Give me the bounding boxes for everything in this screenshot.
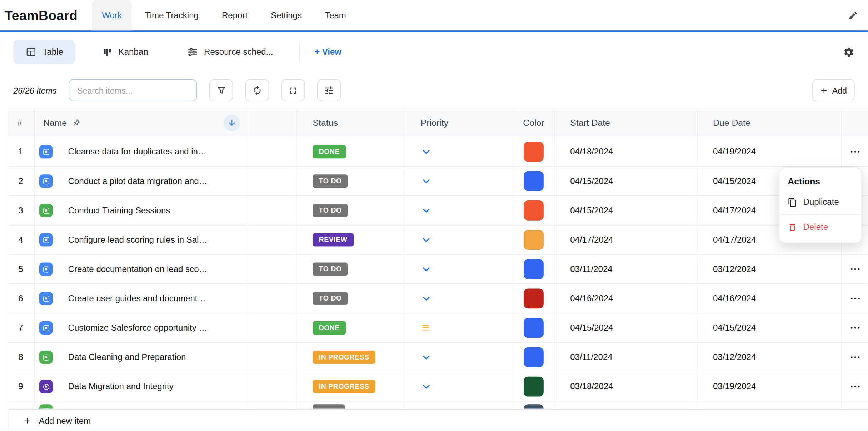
color-cell[interactable] [513,372,555,401]
color-cell[interactable] [513,167,555,195]
column-header-color[interactable]: Color [513,109,555,137]
status-cell[interactable]: REVIEW [297,226,405,254]
color-cell[interactable] [513,313,555,342]
priority-cell[interactable] [405,402,513,409]
start-date-cell[interactable]: 03/11/2024 [555,343,698,372]
status-badge[interactable]: TO DO [313,292,348,305]
color-cell[interactable] [513,226,555,254]
status-badge[interactable]: TO DO [313,174,348,188]
status-cell[interactable]: TO DO [297,284,405,313]
priority-cell[interactable] [405,313,513,342]
add-view-button[interactable]: + View [315,47,341,57]
priority-chevron-down-icon[interactable] [421,234,432,246]
color-swatch[interactable] [524,259,544,279]
add-item-button[interactable]: Add [812,79,855,101]
item-name-cell[interactable]: Create user guides and document… [35,284,246,313]
refresh-button[interactable] [245,79,269,101]
color-cell[interactable] [513,343,555,372]
priority-cell[interactable] [405,167,513,195]
priority-chevron-down-icon[interactable] [421,146,432,157]
color-swatch[interactable] [524,200,544,221]
status-badge[interactable]: DONE [313,321,346,335]
nav-tab-report[interactable]: Report [212,0,258,30]
item-name-cell[interactable]: Data Migration and Integrity [35,372,246,401]
settings-gear-icon[interactable] [843,46,855,58]
menu-item-duplicate[interactable]: Duplicate [779,192,861,213]
start-date-cell[interactable]: 04/16/2024 [555,284,698,313]
item-name-cell[interactable] [35,402,246,409]
color-swatch[interactable] [524,171,544,191]
priority-cell[interactable] [405,196,513,225]
status-badge[interactable]: TO DO [313,263,348,276]
pin-icon[interactable] [72,119,80,127]
nav-tab-team[interactable]: Team [315,0,356,30]
column-header-name[interactable]: Name [35,109,246,137]
due-date-cell[interactable]: 04/16/2024 [698,284,842,313]
view-tab-resource-sched[interactable]: Resource sched... [175,40,285,64]
menu-item-delete[interactable]: Delete [779,217,861,238]
start-date-cell[interactable] [555,402,698,409]
column-header-number[interactable]: # [8,109,35,137]
priority-bars-icon[interactable] [421,323,431,333]
status-cell[interactable]: TO DO [297,255,405,284]
color-swatch[interactable] [524,288,544,308]
start-date-cell[interactable]: 04/17/2024 [555,226,698,254]
item-name-cell[interactable]: Data Cleaning and Preparation [35,343,246,372]
start-date-cell[interactable]: 04/15/2024 [555,313,698,342]
item-name-cell[interactable]: Create documentation on lead sco… [35,255,246,284]
search-input[interactable] [69,79,198,101]
status-cell[interactable]: DONE [297,137,405,166]
color-cell[interactable] [513,137,555,166]
row-menu-button[interactable] [849,263,861,275]
priority-cell[interactable] [405,137,513,166]
adjust-columns-button[interactable] [318,79,341,101]
color-swatch[interactable] [524,142,544,162]
priority-cell[interactable] [405,343,513,372]
color-cell[interactable] [513,255,555,284]
item-name-cell[interactable]: Cleanse data for duplicates and in… [35,137,246,166]
color-swatch[interactable] [524,377,544,397]
color-cell[interactable] [513,284,555,313]
row-menu-button[interactable] [849,381,861,393]
color-swatch[interactable] [524,404,544,408]
start-date-cell[interactable]: 04/18/2024 [555,137,698,166]
priority-chevron-down-icon[interactable] [421,293,432,304]
row-menu-button[interactable] [849,146,861,158]
status-cell[interactable]: TO DO [297,196,405,225]
due-date-cell[interactable]: 03/12/2024 [698,343,842,372]
status-cell[interactable]: TO DO [297,167,405,195]
nav-tab-settings[interactable]: Settings [261,0,312,30]
color-cell[interactable] [513,402,555,409]
status-cell[interactable]: IN PROGRESS [297,372,405,401]
nav-tab-work[interactable]: Work [92,0,131,30]
priority-chevron-down-icon[interactable] [421,205,432,216]
status-cell[interactable] [297,402,405,409]
row-menu-button[interactable] [849,292,861,304]
status-cell[interactable]: IN PROGRESS [297,343,405,372]
item-name-cell[interactable]: Configure lead scoring rules in Sal… [35,226,246,254]
start-date-cell[interactable]: 03/18/2024 [555,372,698,401]
due-date-cell[interactable]: 03/19/2024 [698,372,842,401]
row-menu-button[interactable] [849,322,861,334]
column-header-priority[interactable]: Priority [405,109,513,137]
status-badge[interactable]: IN PROGRESS [313,380,375,393]
add-new-item-row[interactable]: Add new item [8,409,868,431]
due-date-cell[interactable] [698,402,842,409]
filter-button[interactable] [209,79,233,101]
due-date-cell[interactable]: 04/19/2024 [698,137,842,166]
priority-cell[interactable] [405,226,513,254]
status-badge[interactable]: TO DO [313,204,348,217]
column-header-start-date[interactable]: Start Date [555,109,698,137]
status-cell[interactable]: DONE [297,313,405,342]
start-date-cell[interactable]: 03/11/2024 [555,255,698,284]
start-date-cell[interactable]: 04/15/2024 [555,167,698,195]
row-menu-button[interactable] [849,351,861,363]
status-badge[interactable]: REVIEW [313,233,354,246]
view-tab-kanban[interactable]: Kanban [90,40,160,64]
expand-button[interactable] [281,79,305,101]
priority-cell[interactable] [405,372,513,401]
sort-descending-button[interactable] [224,115,240,131]
priority-chevron-down-icon[interactable] [421,381,432,392]
item-name-cell[interactable]: Customize Salesforce opportunity … [35,313,246,342]
color-swatch[interactable] [524,230,544,250]
